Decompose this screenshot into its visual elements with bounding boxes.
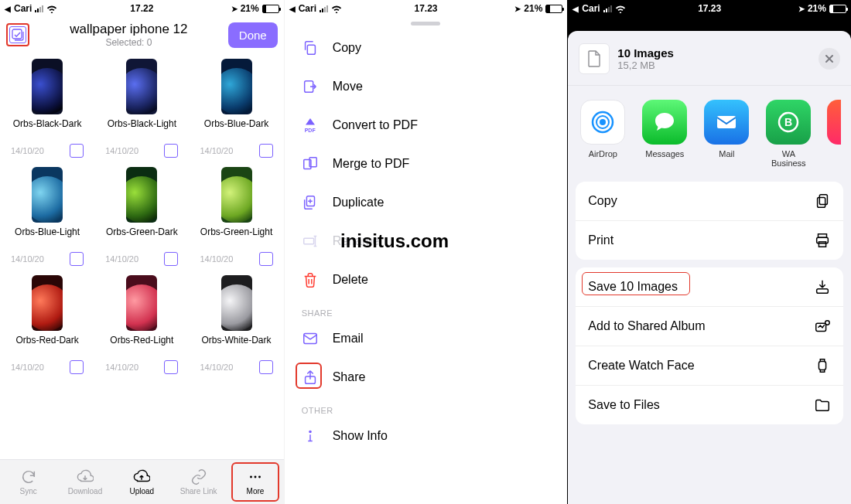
checkbox[interactable] — [70, 144, 84, 158]
menu-share[interactable]: Share — [285, 358, 568, 397]
file-name: Orbs-Red-Light — [110, 335, 173, 357]
tool-sync-label: Sync — [20, 487, 37, 495]
svg-rect-27 — [819, 362, 825, 370]
action-save-files-label: Save to Files — [588, 398, 659, 412]
file-date: 14/10/20 — [11, 254, 44, 264]
grid-cell[interactable]: Orbs-Red-Dark 14/10/20 — [0, 271, 94, 379]
printer-icon — [814, 232, 831, 249]
app-more[interactable] — [828, 100, 840, 168]
tool-download-label: Download — [68, 487, 102, 495]
action-add-shared-album-label: Add to Shared Album — [588, 319, 705, 333]
action-watch-face-label: Create Watch Face — [588, 359, 694, 373]
action-add-shared-album[interactable]: Add to Shared Album — [576, 306, 843, 346]
grid-cell[interactable]: Orbs-White-Dark 14/10/20 — [189, 271, 283, 379]
checkbox[interactable] — [259, 252, 273, 266]
svg-rect-0 — [12, 29, 22, 39]
file-name: Orbs-Black-Dark — [13, 119, 82, 141]
app-messages[interactable]: Messages — [642, 100, 687, 168]
grid-cell[interactable]: Orbs-Green-Dark 14/10/20 — [94, 162, 189, 271]
share-sheet: 10 Images 15,2 MB AirDrop Messages — [568, 31, 851, 504]
action-print[interactable]: Print — [576, 220, 843, 260]
watch-icon — [814, 357, 831, 374]
svg-rect-4 — [307, 45, 315, 54]
checkbox[interactable] — [70, 360, 84, 374]
close-button[interactable] — [819, 48, 840, 70]
file-date: 14/10/20 — [105, 254, 138, 264]
menu-convert-pdf[interactable]: PDF Convert to PDF — [285, 106, 568, 145]
menu-show-info[interactable]: Show Info — [285, 417, 568, 455]
svg-point-13 — [600, 119, 606, 125]
action-save-files[interactable]: Save to Files — [576, 385, 843, 424]
menu-share-label: Share — [333, 370, 366, 384]
file-name: Orbs-White-Dark — [202, 335, 272, 357]
menu-merge-pdf[interactable]: Merge to PDF — [285, 145, 568, 183]
menu-email[interactable]: Email — [285, 319, 568, 358]
file-name: Orbs-Blue-Dark — [204, 119, 268, 141]
grid-cell[interactable]: Orbs-Blue-Dark 14/10/20 — [189, 54, 283, 162]
grid-cell[interactable]: Orbs-Black-Dark 14/10/20 — [0, 54, 94, 162]
page-title: wallpaper iphone 12 — [29, 22, 228, 37]
status-bar: ◀ Cari 17.22 ➤ 21% — [0, 0, 284, 17]
svg-rect-20 — [818, 197, 825, 207]
svg-rect-25 — [816, 323, 826, 331]
file-date: 14/10/20 — [105, 363, 138, 372]
share-size: 15,2 MB — [617, 60, 674, 71]
app-messages-label: Messages — [645, 149, 684, 158]
app-mail[interactable]: Mail — [704, 100, 749, 168]
app-wabusiness[interactable]: B WA Business — [766, 100, 811, 168]
checkbox[interactable] — [164, 144, 178, 158]
tool-more[interactable]: More — [227, 460, 283, 504]
checkbox[interactable] — [70, 252, 84, 266]
action-copy-label: Copy — [588, 194, 617, 208]
shared-album-icon — [814, 318, 831, 335]
grid-cell[interactable]: Orbs-Blue-Light 14/10/20 — [0, 162, 94, 271]
app-airdrop[interactable]: AirDrop — [580, 100, 625, 168]
copy-docs-icon — [814, 192, 831, 209]
done-button[interactable]: Done — [228, 22, 278, 48]
status-time: 17.23 — [568, 3, 851, 14]
menu-move[interactable]: Move — [285, 67, 568, 106]
menu-email-label: Email — [333, 332, 364, 346]
svg-rect-23 — [819, 242, 825, 247]
svg-rect-9 — [303, 238, 313, 243]
grid-cell[interactable]: Orbs-Black-Light 14/10/20 — [94, 54, 189, 162]
svg-text:B: B — [784, 116, 792, 128]
tool-download[interactable]: Download — [56, 460, 113, 504]
file-name: Orbs-Blue-Light — [15, 227, 80, 249]
grid-cell[interactable]: Orbs-Green-Light 14/10/20 — [189, 162, 283, 271]
battery-icon — [829, 5, 846, 13]
file-name: Orbs-Black-Light — [108, 119, 176, 141]
panel-file-grid: ◀ Cari 17.22 ➤ 21% wallpaper iphone 12 S… — [0, 0, 284, 504]
file-grid: Orbs-Black-Dark 14/10/20 Orbs-Black-Ligh… — [0, 51, 284, 379]
grid-cell[interactable]: Orbs-Red-Light 14/10/20 — [94, 271, 189, 379]
share-title: 10 Images — [617, 46, 674, 60]
menu-copy[interactable]: Copy — [285, 29, 568, 67]
svg-point-26 — [825, 321, 830, 325]
tool-sync[interactable]: Sync — [0, 460, 56, 504]
menu-delete[interactable]: Delete — [285, 261, 568, 299]
action-print-label: Print — [588, 233, 613, 247]
action-watch-face[interactable]: Create Watch Face — [576, 346, 843, 385]
checkbox[interactable] — [164, 360, 178, 374]
highlight-more — [231, 462, 279, 502]
checkbox[interactable] — [164, 252, 178, 266]
rename-icon — [302, 233, 319, 250]
action-save-images[interactable]: Save 10 Images — [576, 267, 843, 306]
checkbox[interactable] — [259, 360, 273, 374]
sheet-handle[interactable] — [411, 22, 440, 26]
share-apps-row[interactable]: AirDrop Messages Mail B WA Business — [568, 86, 851, 174]
file-date: 14/10/20 — [200, 146, 233, 155]
select-all-button[interactable] — [9, 26, 26, 43]
checkbox[interactable] — [259, 144, 273, 158]
battery-icon — [262, 5, 279, 13]
thumbnail — [32, 275, 63, 331]
svg-rect-19 — [819, 195, 827, 205]
menu-duplicate[interactable]: Duplicate — [285, 183, 568, 222]
svg-rect-24 — [817, 289, 829, 294]
action-copy[interactable]: Copy — [576, 182, 843, 220]
tool-upload[interactable]: Upload — [114, 460, 170, 504]
status-bar: ◀ Cari 17.23 ➤ 21% — [568, 0, 851, 17]
tool-sharelink[interactable]: Share Link — [170, 460, 227, 504]
thumbnail — [32, 59, 63, 114]
app-wabusiness-label: WA Business — [766, 149, 811, 168]
